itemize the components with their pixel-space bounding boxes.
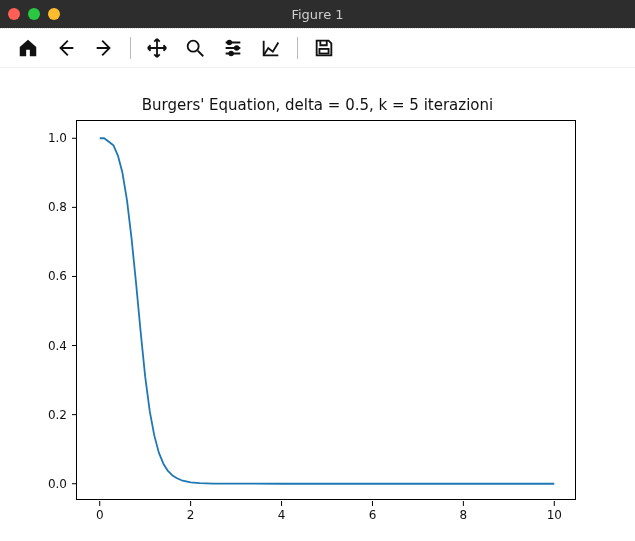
axes[interactable]: 02468100.00.20.40.60.81.0 [76, 120, 576, 500]
figure-window: Figure 1 Burgers' Equation, delta = [0, 0, 635, 541]
svg-point-1 [228, 41, 232, 45]
arrow-left-icon [55, 37, 77, 59]
svg-point-0 [188, 41, 199, 52]
titlebar: Figure 1 [0, 0, 635, 28]
zoom-button[interactable] [181, 34, 209, 62]
axes-edit-icon [260, 37, 282, 59]
minimize-icon[interactable] [28, 8, 40, 20]
x-tick-label: 0 [96, 508, 104, 522]
svg-point-2 [235, 46, 239, 50]
series-line [100, 138, 555, 483]
move-icon [146, 37, 168, 59]
chart-svg: 02468100.00.20.40.60.81.0 [77, 121, 575, 499]
zoom-icon [184, 37, 206, 59]
maximize-icon[interactable] [48, 8, 60, 20]
x-tick-label: 6 [369, 508, 377, 522]
pan-button[interactable] [143, 34, 171, 62]
y-tick-label: 0.2 [48, 408, 67, 422]
y-tick-label: 0.4 [48, 339, 67, 353]
x-tick-label: 4 [278, 508, 286, 522]
home-button[interactable] [14, 34, 42, 62]
x-tick-label: 2 [187, 508, 195, 522]
window-title: Figure 1 [291, 7, 343, 22]
x-tick-label: 10 [547, 508, 562, 522]
arrow-right-icon [93, 37, 115, 59]
svg-rect-4 [319, 49, 328, 54]
forward-button[interactable] [90, 34, 118, 62]
plot-area: Burgers' Equation, delta = 0.5, k = 5 it… [0, 68, 635, 541]
axes-edit-button[interactable] [257, 34, 285, 62]
save-icon [313, 37, 335, 59]
home-icon [17, 37, 39, 59]
y-tick-label: 0.0 [48, 477, 67, 491]
separator [130, 37, 131, 59]
close-icon[interactable] [8, 8, 20, 20]
y-tick-label: 0.8 [48, 200, 67, 214]
separator [297, 37, 298, 59]
svg-point-3 [229, 52, 233, 56]
sliders-icon [222, 37, 244, 59]
window-controls [8, 0, 60, 28]
x-tick-label: 8 [460, 508, 468, 522]
subplots-button[interactable] [219, 34, 247, 62]
y-tick-label: 1.0 [48, 131, 67, 145]
y-tick-label: 0.6 [48, 269, 67, 283]
save-button[interactable] [310, 34, 338, 62]
toolbar [0, 28, 635, 68]
plot-title: Burgers' Equation, delta = 0.5, k = 5 it… [0, 96, 635, 114]
back-button[interactable] [52, 34, 80, 62]
